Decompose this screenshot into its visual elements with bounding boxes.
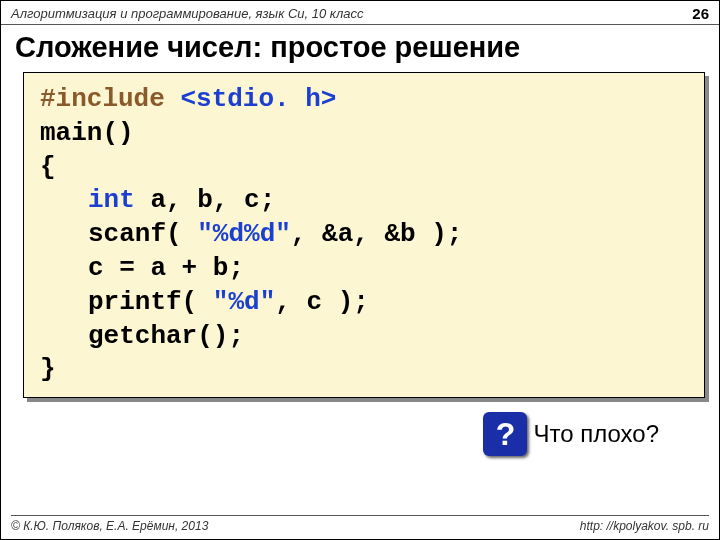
code-string: "%d%d": [197, 219, 291, 249]
slide-header: Алгоритмизация и программирование, язык …: [1, 1, 719, 25]
code-text: , &a, &b );: [291, 219, 463, 249]
question-row: ? Что плохо?: [1, 398, 719, 456]
code-keyword-include: #include: [40, 84, 165, 114]
slide-title: Сложение чисел: простое решение: [1, 25, 719, 72]
code-line: scanf( "%d%d", &a, &b );: [40, 218, 688, 252]
code-line: getchar();: [40, 320, 688, 354]
code-line: printf( "%d", c );: [40, 286, 688, 320]
code-block: #include <stdio. h> main() { int a, b, c…: [23, 72, 705, 398]
code-text: getchar();: [88, 320, 688, 354]
slide-footer: © К.Ю. Поляков, Е.А. Ерёмин, 2013 http: …: [11, 515, 709, 533]
slide: Алгоритмизация и программирование, язык …: [0, 0, 720, 540]
footer-url: http: //kpolyakov. spb. ru: [580, 519, 709, 533]
code-text: c = a + b;: [88, 252, 688, 286]
code-line: }: [40, 353, 688, 387]
code-string: "%d": [213, 287, 275, 317]
code-text: printf(: [88, 287, 213, 317]
code-line: {: [40, 151, 688, 185]
code-text: (): [102, 118, 133, 148]
code-line: c = a + b;: [40, 252, 688, 286]
code-keyword-int: int: [88, 185, 135, 215]
course-title: Алгоритмизация и программирование, язык …: [11, 6, 364, 21]
code-line: main(): [40, 117, 688, 151]
code-text: scanf(: [88, 219, 197, 249]
question-mark-icon: ?: [483, 412, 527, 456]
code-text: , c );: [275, 287, 369, 317]
question-text: Что плохо?: [533, 420, 659, 448]
code-line: #include <stdio. h>: [40, 83, 688, 117]
code-line: int a, b, c;: [40, 184, 688, 218]
copyright-text: © К.Ю. Поляков, Е.А. Ерёмин, 2013: [11, 519, 208, 533]
code-fn-name: main: [40, 118, 102, 148]
page-number: 26: [692, 5, 709, 22]
code-header-file: <stdio. h>: [180, 84, 336, 114]
code-text: a, b, c;: [135, 185, 275, 215]
